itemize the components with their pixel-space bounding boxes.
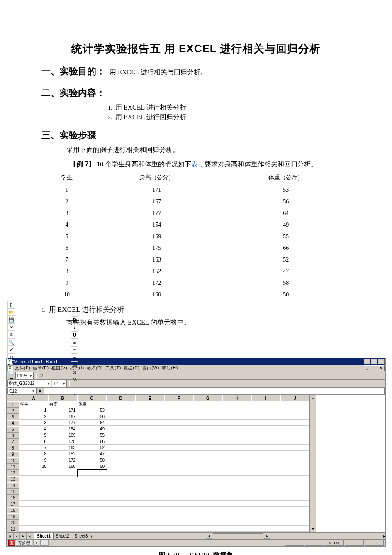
spreadsheet-cell[interactable] [77,470,106,476]
column-header[interactable]: E [135,395,164,401]
spreadsheet-cell[interactable] [48,476,77,482]
menu-item[interactable]: 窗口(W) [141,366,161,370]
toolbar-button-icon[interactable]: 📂 [7,308,15,316]
spreadsheet-cell[interactable] [48,495,77,501]
format-button-icon[interactable]: ≡ [71,354,78,361]
spreadsheet-cell[interactable] [251,513,280,519]
spreadsheet-cell[interactable]: 学生 [19,401,48,407]
spreadsheet-cell[interactable]: 1 [19,408,48,413]
row-header[interactable]: 10 [7,457,19,464]
menu-item[interactable]: 文件(F) [14,366,32,370]
spreadsheet-cell[interactable]: 167 [48,414,77,420]
spreadsheet-cell[interactable] [251,507,280,513]
spreadsheet-cell[interactable] [106,408,135,413]
spreadsheet-cell[interactable] [251,476,280,482]
scroll-left-button[interactable]: ◂ [206,533,212,539]
spreadsheet-cell[interactable]: 163 [48,445,77,451]
spreadsheet-cell[interactable] [135,489,164,494]
spreadsheet-cell[interactable] [19,470,48,476]
spreadsheet-cell[interactable] [193,414,222,420]
column-header[interactable]: C [77,395,106,401]
row-header[interactable]: 6 [7,433,19,439]
spreadsheet-cell[interactable] [164,457,193,463]
spreadsheet-cell[interactable] [193,426,222,432]
spreadsheet-cell[interactable] [280,408,309,413]
spreadsheet-cell[interactable] [251,482,280,488]
spreadsheet-cell[interactable]: 9 [19,457,48,463]
spreadsheet-cell[interactable] [19,501,48,507]
row-header[interactable]: 18 [7,507,19,513]
spreadsheet-cell[interactable] [251,445,280,451]
row-header[interactable]: 13 [7,476,19,482]
spreadsheet-cell[interactable] [106,451,135,457]
spreadsheet-cell[interactable] [280,470,309,476]
spreadsheet-cell[interactable] [222,507,251,513]
example-7-link[interactable]: 表 [191,161,198,168]
spreadsheet-cell[interactable] [251,401,280,407]
spreadsheet-cell[interactable]: 175 [48,439,77,445]
spreadsheet-cell[interactable] [251,526,280,532]
spreadsheet-cell[interactable] [251,470,280,476]
spreadsheet-cell[interactable] [280,426,309,432]
spreadsheet-cell[interactable] [164,507,193,513]
spreadsheet-cell[interactable] [164,420,193,426]
spreadsheet-cell[interactable] [164,482,193,488]
spreadsheet-cell[interactable] [222,470,251,476]
spreadsheet-cell[interactable]: 8 [19,451,48,457]
spreadsheet-cell[interactable] [193,489,222,494]
spreadsheet-cell[interactable] [77,501,106,507]
spreadsheet-cell[interactable] [280,439,309,445]
spreadsheet-cell[interactable] [135,445,164,451]
spreadsheet-cell[interactable] [164,426,193,432]
row-header[interactable]: 9 [7,451,19,457]
spreadsheet-cell[interactable] [164,464,193,469]
spreadsheet-cell[interactable] [135,476,164,482]
spreadsheet-cell[interactable] [164,451,193,457]
spreadsheet-cell[interactable] [106,476,135,482]
spreadsheet-cell[interactable] [222,408,251,413]
equals-button[interactable]: = [37,389,43,394]
row-header[interactable]: 20 [7,520,19,526]
tab-next-button[interactable]: ▸ [20,533,27,539]
spreadsheet-cell[interactable]: 55 [77,433,106,438]
spreadsheet-cell[interactable] [193,451,222,457]
spreadsheet-cell[interactable] [251,520,280,526]
spreadsheet-cell[interactable] [19,482,48,488]
spreadsheet-cell[interactable] [164,495,193,501]
spreadsheet-cell[interactable] [48,501,77,507]
spreadsheet-cell[interactable]: 52 [77,445,106,451]
spreadsheet-cell[interactable] [135,420,164,426]
spreadsheet-cell[interactable] [48,513,77,519]
spreadsheet-cell[interactable] [193,408,222,413]
spreadsheet-cell[interactable] [77,513,106,519]
column-header[interactable]: F [164,395,193,401]
spreadsheet-cell[interactable] [164,414,193,420]
spreadsheet-cell[interactable]: 47 [77,451,106,457]
child-close-button[interactable]: × [378,365,385,371]
menu-item[interactable]: 数据(D) [122,366,141,370]
spreadsheet-cell[interactable] [222,526,251,532]
spreadsheet-cell[interactable] [222,439,251,445]
spreadsheet-cell[interactable] [222,445,251,451]
formula-input[interactable] [44,388,385,394]
spreadsheet-cell[interactable] [222,426,251,432]
spreadsheet-cell[interactable] [193,501,222,507]
spreadsheet-cell[interactable] [135,507,164,513]
spreadsheet-cell[interactable]: 53 [77,408,106,413]
spreadsheet-cell[interactable] [77,507,106,513]
spreadsheet-cell[interactable] [193,520,222,526]
spreadsheet-cell[interactable] [164,520,193,526]
spreadsheet-cell[interactable] [135,526,164,532]
child-maximize-button[interactable]: □ [371,365,377,371]
toolbar-button-icon[interactable]: 🔍 [7,338,15,346]
row-header[interactable]: 12 [7,470,19,476]
spreadsheet-cell[interactable] [222,482,251,488]
tab-first-button[interactable]: |◂ [7,533,13,539]
tab-last-button[interactable]: ▸| [27,533,33,539]
spreadsheet-cell[interactable] [106,501,135,507]
spreadsheet-cell[interactable] [19,520,48,526]
spreadsheet-cell[interactable]: 2 [19,414,48,420]
toolbar-button-icon[interactable]: ✔ [7,346,15,353]
spreadsheet-cell[interactable] [106,401,135,407]
spreadsheet-cell[interactable]: 154 [48,426,77,432]
